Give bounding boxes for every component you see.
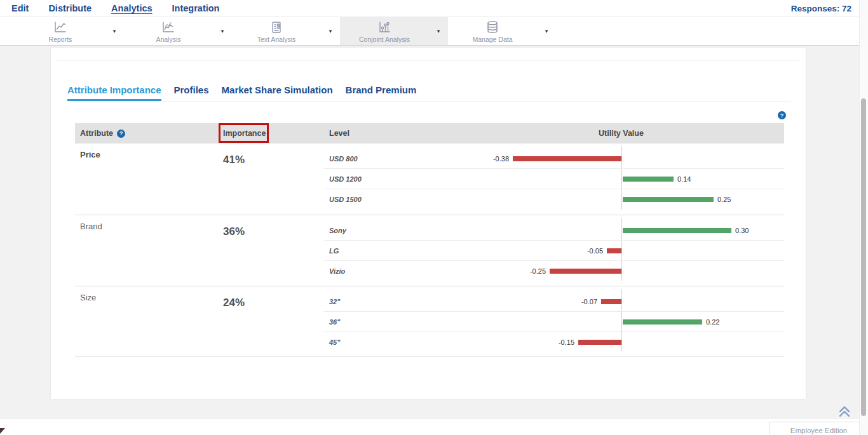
area-chart-icon	[161, 20, 176, 35]
toolbar-item-reports[interactable]: Reports	[16, 17, 105, 45]
utility-bar	[550, 269, 621, 274]
attribute-header-label: Attribute	[80, 129, 113, 138]
utility-value-label: 0.30	[735, 227, 749, 234]
tab-brand-premium[interactable]: Brand Premium	[346, 84, 417, 99]
nav-item-distribute[interactable]: Distribute	[48, 3, 92, 13]
level-row-45: 45"-0.15	[324, 332, 784, 352]
utility-bar	[623, 177, 674, 182]
nav-item-integration[interactable]: Integration	[172, 3, 220, 13]
importance-value: 41%	[219, 144, 324, 215]
toolbar-item-label: Analysis	[156, 36, 180, 43]
cursor-artifact	[0, 428, 5, 434]
utility-value-label: -0.25	[530, 267, 546, 275]
toolbar-item-text-analysis[interactable]: Text Analysis	[232, 17, 321, 45]
attribute-group-brand: Brand36%Sony0.30LG-0.05Vizio-0.25	[75, 215, 784, 286]
utility-value-label: -0.05	[587, 247, 603, 255]
table-header-row: Attribute ? Importance Level Utility Val…	[75, 123, 784, 144]
scroll-to-top-icon[interactable]	[837, 405, 851, 420]
utility-bar	[607, 248, 621, 253]
toolbar-item-label: Manage Data	[472, 36, 512, 43]
scrollbar-thumb[interactable]	[861, 98, 866, 416]
level-row-usd-1200: USD 12000.14	[324, 169, 784, 189]
document-icon	[269, 20, 284, 35]
level-label: USD 1200	[329, 175, 362, 183]
level-row-32: 32"-0.07	[324, 291, 784, 312]
toolbar-unit-manage-data: Manage Data▾	[448, 17, 556, 45]
edition-badge: Employee Edition	[769, 422, 868, 435]
attribute-help-icon[interactable]: ?	[117, 130, 125, 138]
help-icon[interactable]: ?	[778, 111, 786, 119]
level-label: 45"	[329, 338, 340, 346]
toolbar-item-analysis[interactable]: Analysis	[124, 17, 213, 45]
level-label: USD 800	[329, 155, 358, 163]
toolbar-unit-analysis: Analysis▾	[124, 17, 232, 45]
levels-chart: USD 800-0.38USD 12000.14USD 15000.25	[324, 144, 784, 215]
importance-header-cell: Importance	[219, 129, 324, 138]
levels-chart: 32"-0.0736"0.2245"-0.15	[324, 286, 784, 356]
tab-attribute-importance[interactable]: Attribute Importance	[67, 84, 161, 101]
toolbar-item-conjoint-analysis[interactable]: Conjoint Analysis	[340, 17, 429, 45]
toolbar-item-label: Conjoint Analysis	[359, 36, 410, 43]
tab-bar: Attribute ImportanceProfilesMarket Share…	[67, 84, 790, 102]
tab-market-share-simulation[interactable]: Market Share Simulation	[222, 84, 333, 99]
utility-value-label: 0.25	[717, 196, 731, 203]
importance-value: 36%	[219, 215, 324, 286]
dropdown-caret-icon[interactable]: ▾	[105, 17, 124, 45]
level-row-usd-1500: USD 15000.25	[324, 189, 784, 210]
utility-bar	[623, 197, 714, 202]
level-row-vizio: Vizio-0.25	[324, 261, 784, 281]
utility-value-label: -0.15	[559, 338, 574, 346]
responses-count: Responses: 72	[791, 4, 851, 13]
line-chart-icon	[53, 20, 68, 35]
utility-value-label: 0.14	[677, 175, 691, 183]
dropdown-caret-icon[interactable]: ▾	[213, 17, 232, 45]
conjoint-analysis-panel: Attribute ImportanceProfilesMarket Share…	[51, 48, 806, 399]
utility-bar	[623, 319, 702, 325]
attribute-group-size: Size24%32"-0.0736"0.2245"-0.15	[75, 286, 784, 357]
utility-bar	[623, 228, 731, 233]
utility-bar	[601, 299, 621, 304]
level-label: LG	[329, 247, 339, 255]
top-nav-bar: EditDistributeAnalyticsIntegration Respo…	[0, 0, 868, 17]
toolbar-unit-conjoint-analysis: Conjoint Analysis▾	[340, 17, 448, 45]
toolbar: Reports▾Analysis▾Text Analysis▾Conjoint …	[0, 17, 868, 46]
nav-item-analytics[interactable]: Analytics	[111, 3, 152, 13]
level-row-sony: Sony0.30	[324, 220, 784, 241]
level-label: Vizio	[329, 267, 345, 275]
attribute-name: Price	[75, 144, 219, 215]
level-row-36: 36"0.22	[324, 312, 784, 332]
tab-profiles[interactable]: Profiles	[174, 84, 209, 99]
attribute-name: Brand	[75, 215, 219, 286]
toolbar-unit-reports: Reports▾	[16, 17, 124, 45]
dropdown-caret-icon[interactable]: ▾	[429, 17, 448, 45]
attribute-header-cell: Attribute ?	[75, 129, 219, 138]
level-label: 36"	[329, 318, 340, 326]
importance-value: 24%	[219, 286, 324, 356]
utility-value-label: -0.07	[581, 298, 597, 305]
attribute-importance-table: Attribute ? Importance Level Utility Val…	[75, 123, 784, 357]
level-label: USD 1500	[329, 196, 362, 203]
utility-bar	[513, 156, 621, 161]
level-label: 32"	[329, 298, 340, 305]
utility-value-label: -0.38	[493, 155, 509, 163]
toolbar-item-manage-data[interactable]: Manage Data	[448, 17, 537, 45]
utility-bar	[578, 340, 621, 345]
nav-items-container: EditDistributeAnalyticsIntegration	[11, 3, 239, 14]
attribute-name: Size	[75, 286, 219, 356]
dropdown-caret-icon[interactable]: ▾	[537, 17, 556, 45]
toolbar-unit-text-analysis: Text Analysis▾	[232, 17, 340, 45]
dropdown-caret-icon[interactable]: ▾	[321, 17, 340, 45]
utility-value-label: 0.22	[706, 318, 719, 326]
toolbar-item-label: Reports	[49, 36, 72, 43]
utility-value-header-cell: Utility Value	[473, 129, 784, 138]
scrollbar-track[interactable]	[859, 0, 868, 435]
database-icon	[485, 20, 500, 35]
levels-chart: Sony0.30LG-0.05Vizio-0.25	[324, 215, 784, 286]
attribute-group-price: Price41%USD 800-0.38USD 12000.14USD 1500…	[75, 144, 784, 215]
level-row-lg: LG-0.05	[324, 241, 784, 261]
nav-item-edit[interactable]: Edit	[11, 3, 29, 13]
level-header-cell: Level	[324, 129, 473, 138]
level-label: Sony	[329, 227, 346, 234]
panel-divider	[57, 60, 799, 61]
level-row-usd-800: USD 800-0.38	[324, 149, 784, 169]
